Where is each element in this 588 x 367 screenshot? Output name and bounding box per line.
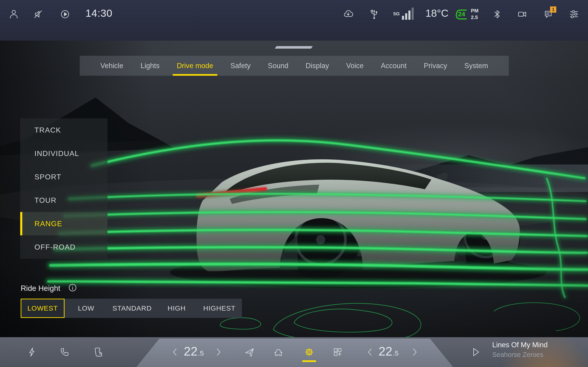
drive-mode-tour[interactable]: TOUR <box>20 189 107 212</box>
tab-label: Safety <box>230 62 251 70</box>
tune-icon[interactable] <box>569 9 579 20</box>
clock: 14:30 <box>86 7 112 19</box>
ride-height-standard[interactable]: STANDARD <box>108 299 156 318</box>
signal-bars <box>402 7 414 20</box>
ride-height-low[interactable]: LOW <box>65 299 108 318</box>
tab-label: Vehicle <box>100 62 123 70</box>
ride-height-label: Ride Height <box>21 284 60 293</box>
option-label: HIGHEST <box>203 304 235 312</box>
temp-fraction: .5 <box>198 349 204 357</box>
pm25-indicator: PM 2.5 <box>471 7 478 21</box>
climate-left-temperature[interactable]: 22.5 <box>184 344 204 358</box>
drive-mode-individual[interactable]: INDIVIDUAL <box>20 142 107 165</box>
mode-label: RANGE <box>35 219 62 228</box>
pm-value: 2.5 <box>471 14 478 21</box>
camera-icon[interactable] <box>517 9 527 20</box>
cabin-air-quality-icon: 24 <box>453 7 469 22</box>
active-dock-indicator <box>302 360 316 362</box>
climate-right-temperature[interactable]: 22.5 <box>379 344 398 358</box>
tab-privacy[interactable]: Privacy <box>424 56 447 76</box>
ride-height-highest[interactable]: HIGHEST <box>197 299 242 318</box>
mode-label: OFF-ROAD <box>35 243 76 251</box>
settings-tab-bar: Vehicle Lights Drive mode Safety Sound D… <box>80 56 509 76</box>
vehicle-icon[interactable] <box>273 347 284 358</box>
network-type-label: 5G <box>393 11 400 17</box>
bluetooth-icon[interactable] <box>492 9 502 20</box>
climate-right-decrease-chevron[interactable] <box>367 348 373 356</box>
status-bar: 14:30 5G 18°C 24 PM 2.5 1 <box>0 0 588 41</box>
tab-label: Privacy <box>424 62 447 70</box>
climate-right-increase-chevron[interactable] <box>412 348 418 356</box>
temp-whole: 22 <box>379 344 392 358</box>
tab-account[interactable]: Account <box>381 56 406 76</box>
navigation-icon[interactable] <box>244 347 255 358</box>
tab-safety[interactable]: Safety <box>230 56 251 76</box>
option-label: LOWEST <box>27 304 58 312</box>
tab-sound[interactable]: Sound <box>268 56 288 76</box>
mode-label: INDIVIDUAL <box>35 149 79 158</box>
ground-contours <box>220 303 580 342</box>
tab-label: Voice <box>346 62 363 70</box>
tab-label: Account <box>381 62 406 70</box>
tab-voice[interactable]: Voice <box>346 56 363 76</box>
tab-label: Display <box>306 62 329 70</box>
sheet-drag-handle[interactable] <box>275 46 313 49</box>
temp-fraction: .5 <box>393 349 398 357</box>
tab-vehicle[interactable]: Vehicle <box>100 56 123 76</box>
settings-gear-icon[interactable] <box>304 347 315 358</box>
tab-label: Sound <box>268 62 288 70</box>
bottom-dock: 22.5 22.5 <box>0 337 588 367</box>
media-play-icon[interactable] <box>470 347 481 358</box>
phone-icon[interactable] <box>59 347 70 358</box>
drive-mode-list: TRACK INDIVIDUAL SPORT TOUR RANGE OFF-RO… <box>20 118 107 259</box>
temp-whole: 22 <box>184 344 198 358</box>
info-icon[interactable] <box>67 282 78 293</box>
messages-icon[interactable]: 1 <box>543 9 554 20</box>
cellular-signal-icon: 5G <box>393 7 414 20</box>
mode-label: TOUR <box>35 196 57 205</box>
media-track-title: Lines Of My Mind <box>492 341 548 349</box>
drive-mode-range[interactable]: RANGE <box>20 212 107 235</box>
profile-icon[interactable] <box>8 9 19 20</box>
tab-lights[interactable]: Lights <box>141 56 160 76</box>
pm-label: PM <box>471 7 478 14</box>
media-artist: Seahorse Zeroes <box>492 351 543 359</box>
ride-height-lowest[interactable]: LOWEST <box>21 299 65 318</box>
media-playback-icon[interactable] <box>60 9 70 20</box>
outside-temperature: 18°C <box>425 7 449 19</box>
widgets-icon[interactable] <box>332 347 343 358</box>
option-label: LOW <box>78 304 94 312</box>
infotainment-screen: 14:30 5G 18°C 24 PM 2.5 1 <box>0 0 588 367</box>
tab-system[interactable]: System <box>464 56 488 76</box>
tab-display[interactable]: Display <box>306 56 329 76</box>
tab-label: Lights <box>141 62 160 70</box>
option-label: HIGH <box>168 304 186 312</box>
ride-height-high[interactable]: HIGH <box>156 299 197 318</box>
drive-mode-off-road[interactable]: OFF-ROAD <box>20 235 107 259</box>
tab-label: System <box>464 62 488 70</box>
charging-icon[interactable] <box>26 347 37 358</box>
aqi-value: 24 <box>458 10 465 18</box>
climate-left-decrease-chevron[interactable] <box>172 348 178 356</box>
tab-drive-mode[interactable]: Drive mode <box>177 56 213 76</box>
drive-mode-track[interactable]: TRACK <box>20 118 107 142</box>
climate-left-increase-chevron[interactable] <box>216 348 222 356</box>
heated-seat-icon[interactable] <box>93 347 104 358</box>
mode-label: SPORT <box>35 173 61 181</box>
ride-height-selector: LOWEST LOW STANDARD HIGH HIGHEST <box>21 299 242 318</box>
option-label: STANDARD <box>112 304 152 312</box>
cloud-sync-icon <box>343 9 354 20</box>
drive-mode-sport[interactable]: SPORT <box>20 165 107 189</box>
message-count-badge: 1 <box>550 6 556 13</box>
mode-label: TRACK <box>35 126 61 134</box>
audio-muted-icon[interactable] <box>33 9 44 20</box>
tab-label: Drive mode <box>177 62 213 70</box>
usb-icon <box>369 9 380 20</box>
